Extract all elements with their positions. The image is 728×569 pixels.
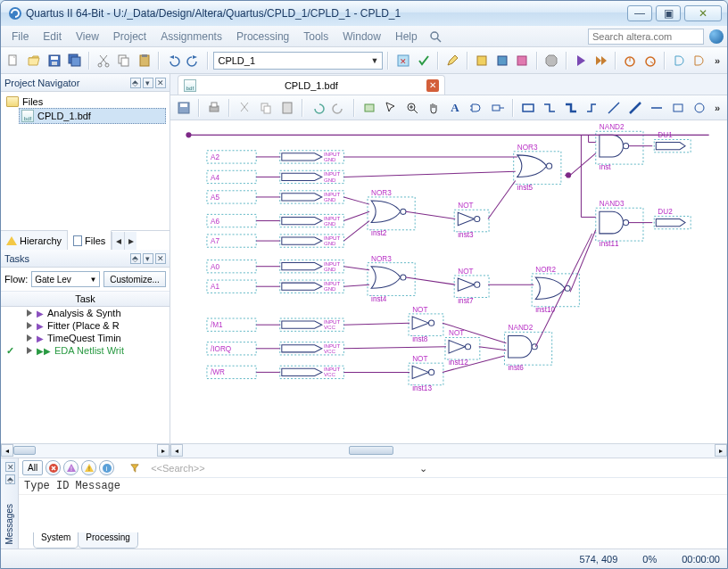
tree-root[interactable]: Files [4,95,166,108]
project-combo[interactable]: CPLD_1▼ [213,52,383,70]
task-row[interactable]: ▶TimeQuest Timin [1,332,170,344]
flow-combo[interactable]: Gate Lev▼ [31,271,100,287]
conduit-button[interactable] [583,98,602,118]
menu-window[interactable]: Window [335,29,388,45]
funnel-icon[interactable] [130,464,139,473]
tab-files[interactable]: Files [68,230,112,250]
filter-info-button[interactable]: i [99,460,114,475]
filter-all-button[interactable]: All [22,460,43,475]
messages-pin-icon[interactable]: ⬘ [5,474,15,484]
fast-button[interactable] [592,51,610,70]
project-navigator-tree[interactable]: Files bdf CPLD_1.bdf [1,92,170,230]
timer2-button[interactable] [641,51,660,70]
diag-bus-button[interactable] [625,98,645,118]
messages-close-icon[interactable]: ✕ [5,462,15,472]
text-button[interactable]: A [445,98,465,118]
editor-hscrollbar[interactable]: ◂▸ [170,443,727,458]
globe-icon[interactable] [709,29,724,44]
toolbar-blue-chip-button[interactable] [492,51,511,70]
task-row[interactable]: ▶Analysis & Synth [1,307,170,319]
selection-button[interactable] [381,98,401,118]
menu-edit[interactable]: Edit [36,29,69,45]
menu-help[interactable]: Help [388,29,425,45]
rect-outline-button[interactable] [668,98,688,118]
timer1-button[interactable] [621,51,640,70]
tasks-hscrollbar[interactable]: ◂▸ [1,443,170,458]
task-row[interactable]: ▶Fitter (Place & R [1,319,170,332]
filter-critical-button[interactable]: ! [63,460,79,475]
gate2-button[interactable] [691,51,709,70]
run-button[interactable] [572,51,591,70]
menu-file[interactable]: File [4,29,36,45]
editor-toolbar-overflow[interactable]: » [711,103,724,113]
pin-icon[interactable]: ⬘ [130,78,141,88]
copy-button[interactable] [256,98,276,118]
toolbar-pencil-button[interactable] [443,51,462,70]
filter-warning-button[interactable]: ! [81,460,96,475]
line-button[interactable] [647,98,666,118]
toolbar-pink-chip-button[interactable] [513,51,532,70]
cut-button[interactable] [235,98,254,118]
tree-file-row[interactable]: bdf CPLD_1.bdf [19,108,166,124]
tab-processing[interactable]: Processing [78,532,137,548]
save-button[interactable] [174,98,194,118]
diag-line-button[interactable] [604,98,624,118]
customize-button[interactable]: Customize... [103,271,166,287]
minimize-button[interactable]: ― [627,5,652,21]
open-button[interactable] [25,51,44,70]
tab-scroll-right[interactable]: ▸ [124,232,136,250]
toolbar-overflow-button[interactable]: » [711,55,724,66]
tab-scroll-left[interactable]: ◂ [112,232,124,250]
symbol-button[interactable] [467,98,486,118]
save-button[interactable] [45,51,63,70]
undo-button[interactable] [164,51,183,70]
tasks-autohide-icon[interactable]: ▾ [143,253,153,264]
redo-button[interactable] [185,51,203,70]
search-input[interactable] [588,29,704,45]
tab-system[interactable]: System [33,532,79,548]
editor-tab[interactable]: bdf CPLD_1.bdf ✕ [178,75,445,95]
undo-button[interactable] [308,98,327,118]
menu-view[interactable]: View [69,29,106,45]
orth-line-button[interactable] [540,98,559,118]
messages-body[interactable] [19,495,727,532]
autohide-icon[interactable]: ▾ [143,78,153,88]
menu-project[interactable]: Project [106,29,153,45]
save-all-button[interactable] [65,51,84,70]
maximize-button[interactable]: ▣ [656,5,681,21]
paste-button[interactable] [277,98,297,118]
tab-hierarchy[interactable]: Hierarchy [1,231,68,251]
messages-search[interactable]: <<Search>>⌄ [147,462,433,474]
cut-button[interactable] [95,51,113,70]
pin-tool-button[interactable] [488,98,508,118]
print-button[interactable] [204,98,224,118]
new-file-button[interactable] [4,51,23,70]
search-icon[interactable] [428,29,443,44]
hand-button[interactable] [424,98,443,118]
rect-button[interactable] [518,98,538,118]
circle-button[interactable] [690,98,709,118]
tasks-close-icon[interactable]: ✕ [155,253,166,264]
paste-button[interactable] [135,51,153,70]
toolbar-yellow-chip-button[interactable] [473,51,492,70]
schematic-canvas[interactable]: A2INPUTGNDA4INPUTGNDA5INPUTGNDA6INPUTGND… [170,120,727,443]
task-list[interactable]: ▶Analysis & Synth ▶Fitter (Place & R ▶Ti… [1,307,170,443]
zoom-button[interactable] [402,98,422,118]
close-button[interactable]: ✕ [684,5,722,21]
redo-button[interactable] [329,98,349,118]
orth-bus-button[interactable] [561,98,581,118]
menu-assignments[interactable]: Assignments [153,29,229,45]
stop-button[interactable] [542,51,561,70]
menu-tools[interactable]: Tools [296,29,335,45]
menu-processing[interactable]: Processing [229,29,296,45]
gate1-button[interactable] [670,51,689,70]
tab-close-icon[interactable]: ✕ [426,79,439,92]
toolbar-check-button[interactable] [414,51,433,70]
panel-close-icon[interactable]: ✕ [155,78,166,88]
toolbar-xy-button[interactable]: ✕ [393,51,412,70]
task-row[interactable]: ✓▶▶EDA Netlist Writ [1,344,170,357]
copy-button[interactable] [115,51,134,70]
filter-error-button[interactable] [46,460,61,475]
block-button[interactable] [360,98,379,118]
tasks-pin-icon[interactable]: ⬘ [130,253,141,264]
